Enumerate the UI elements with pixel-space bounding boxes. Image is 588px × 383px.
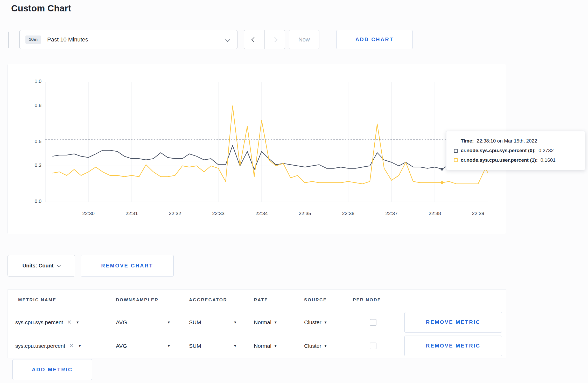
time-nav-group	[244, 30, 285, 49]
now-button[interactable]: Now	[289, 30, 319, 49]
rate-value: Normal	[254, 343, 271, 349]
series-swatch-user	[454, 158, 458, 162]
chart-canvas[interactable]	[8, 64, 507, 235]
dropdown-caret-icon: ▾	[168, 343, 170, 348]
dropdown-caret-icon: ▾	[79, 343, 81, 348]
column-header-source: SOURCE	[304, 297, 327, 303]
per-node-checkbox[interactable]	[370, 319, 376, 326]
clear-metric-icon[interactable]: ×	[69, 343, 74, 349]
remove-chart-button[interactable]: REMOVE CHART	[81, 255, 174, 276]
tooltip-series-value: 0.1601	[541, 157, 556, 163]
downsampler-select[interactable]: AVG ▾	[116, 319, 170, 325]
chart-tooltip: Time: 22:38:10 on Mar 15th, 2022 cr.node…	[446, 131, 585, 170]
left-accent-divider	[8, 32, 9, 48]
tooltip-series-row: cr.node.sys.cpu.user.percent (1): 0.1601	[454, 157, 578, 163]
tooltip-time-label: Time:	[461, 138, 474, 144]
time-prev-button[interactable]	[244, 30, 264, 49]
per-node-checkbox[interactable]	[370, 343, 376, 349]
column-header-rate: RATE	[254, 297, 268, 303]
dropdown-caret-icon: ▾	[275, 320, 277, 325]
dropdown-caret-icon: ▾	[275, 343, 277, 348]
time-range-label: Past 10 Minutes	[47, 36, 226, 43]
source-value: Cluster	[304, 343, 321, 349]
chart-panel: 0.00.30.50.81.0 22:3022:3122:3222:3322:3…	[8, 64, 506, 234]
column-header-metric-name: METRIC NAME	[18, 297, 56, 303]
metric-row: sys.cpu.user.percent × ▾ AVG ▾ SUM ▾ Nor…	[8, 334, 506, 358]
column-header-per-node: PER NODE	[353, 297, 381, 303]
add-metric-button[interactable]: ADD METRIC	[12, 359, 92, 380]
column-header-downsampler: DOWNSAMPLER	[116, 297, 158, 303]
aggregator-value: SUM	[189, 319, 201, 325]
time-range-select[interactable]: 10m Past 10 Minutes	[19, 30, 237, 49]
dropdown-caret-icon: ▾	[325, 320, 327, 325]
remove-metric-button[interactable]: REMOVE METRIC	[404, 312, 502, 333]
page-title: Custom Chart	[11, 3, 71, 13]
rate-select[interactable]: Normal ▾	[254, 343, 277, 349]
tooltip-time-value: 22:38:10 on Mar 15th, 2022	[477, 138, 537, 144]
column-header-aggregator: AGGREGATOR	[189, 297, 227, 303]
clear-metric-icon[interactable]: ×	[67, 320, 71, 325]
downsampler-value: AVG	[116, 343, 127, 349]
add-chart-button[interactable]: ADD CHART	[336, 30, 413, 49]
dropdown-caret-icon: ▾	[76, 320, 79, 325]
series-swatch-sys	[454, 149, 458, 153]
metric-name-label: sys.cpu.sys.percent	[15, 319, 63, 325]
metric-name-select[interactable]: sys.cpu.user.percent × ▾	[15, 343, 81, 349]
tooltip-time-row: Time: 22:38:10 on Mar 15th, 2022	[461, 138, 578, 144]
tooltip-series-row: cr.node.sys.cpu.sys.percent (0): 0.2732	[454, 148, 578, 153]
metrics-table: METRIC NAME DOWNSAMPLER AGGREGATOR RATE …	[8, 289, 506, 358]
dropdown-caret-icon: ▾	[325, 343, 327, 348]
units-label: Units: Count	[23, 263, 54, 269]
downsampler-value: AVG	[116, 319, 127, 325]
chevron-down-icon	[225, 37, 230, 42]
rate-select[interactable]: Normal ▾	[254, 319, 277, 325]
units-select[interactable]: Units: Count	[8, 255, 75, 276]
rate-value: Normal	[254, 319, 271, 325]
metric-row: sys.cpu.sys.percent × ▾ AVG ▾ SUM ▾ Norm…	[8, 310, 506, 334]
tooltip-series-value: 0.2732	[538, 148, 554, 153]
dropdown-caret-icon: ▾	[234, 343, 236, 348]
dropdown-caret-icon: ▾	[168, 320, 170, 325]
aggregator-select[interactable]: SUM ▾	[189, 343, 236, 349]
time-next-button[interactable]	[264, 30, 285, 49]
chevron-right-icon	[272, 37, 277, 42]
source-select[interactable]: Cluster ▾	[304, 343, 327, 349]
aggregator-value: SUM	[189, 343, 201, 349]
aggregator-select[interactable]: SUM ▾	[189, 319, 236, 325]
remove-metric-button[interactable]: REMOVE METRIC	[404, 336, 502, 356]
metric-name-label: sys.cpu.user.percent	[15, 343, 65, 349]
metric-name-select[interactable]: sys.cpu.sys.percent × ▾	[15, 319, 79, 325]
time-range-badge: 10m	[25, 36, 41, 44]
source-value: Cluster	[304, 319, 321, 325]
tooltip-series-label: cr.node.sys.cpu.sys.percent (0):	[461, 148, 536, 153]
dropdown-caret-icon: ▾	[234, 320, 236, 325]
downsampler-select[interactable]: AVG ▾	[116, 343, 170, 349]
source-select[interactable]: Cluster ▾	[304, 319, 327, 325]
chevron-left-icon	[251, 37, 257, 42]
tooltip-series-label: cr.node.sys.cpu.user.percent (1):	[461, 157, 538, 163]
chevron-down-icon	[57, 263, 61, 267]
